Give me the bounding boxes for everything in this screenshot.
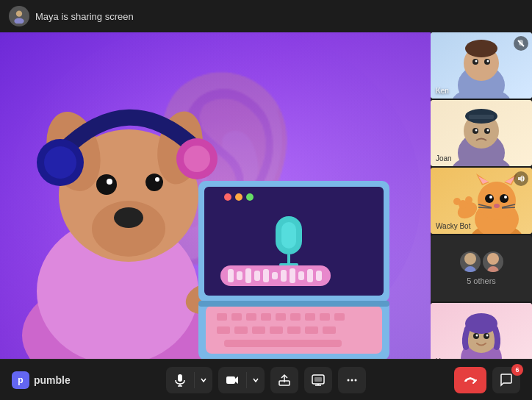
camera-chevron-button[interactable] [247,367,265,393]
svg-rect-22 [217,313,227,321]
svg-point-11 [107,179,112,185]
svg-point-85 [478,182,516,220]
svg-point-102 [465,196,472,204]
participant-tile-others[interactable]: 5 others [431,235,532,301]
mic-btn-group [166,367,212,393]
svg-point-42 [235,193,242,201]
svg-rect-50 [237,271,242,280]
chat-badge: 6 [511,364,523,376]
svg-rect-37 [323,326,336,334]
svg-rect-25 [261,313,271,321]
toolbar: p pumble [0,359,532,400]
svg-rect-36 [305,326,318,334]
svg-rect-119 [226,376,235,384]
toolbar-right: 6 [366,367,520,393]
svg-line-98 [502,207,515,208]
svg-point-92 [489,196,492,199]
mic-chevron-button[interactable] [195,367,212,393]
svg-rect-76 [469,115,494,119]
you-name: You [436,357,448,359]
svg-point-93 [504,196,507,199]
svg-point-91 [500,194,508,203]
svg-point-65 [465,40,497,57]
svg-point-103 [464,266,476,272]
svg-rect-49 [228,269,234,282]
svg-point-127 [355,379,357,381]
svg-rect-116 [178,374,182,382]
chat-button[interactable]: 6 [492,367,520,393]
top-bar: Maya is sharing screen [0,0,532,32]
svg-rect-124 [314,377,322,382]
svg-rect-51 [245,268,251,283]
svg-point-1 [14,18,24,24]
joan-name: Joan [436,154,452,162]
svg-point-80 [487,129,489,132]
svg-rect-38 [224,340,342,347]
svg-line-96 [478,207,492,208]
main-scene-illustration: 👂 [0,32,431,359]
svg-point-90 [485,194,494,203]
svg-point-105 [487,266,499,272]
participant-tile-joan[interactable]: Joan [431,100,532,166]
camera-button[interactable] [218,367,246,393]
others-avatar-2 [483,251,503,272]
svg-point-0 [16,11,22,17]
wacky-bot-volume-badge [514,171,528,186]
toolbar-left: p pumble [12,371,166,389]
video-area: 👂 [0,32,431,359]
mic-button[interactable] [166,367,194,393]
svg-rect-60 [198,301,389,307]
presenter-avatar [9,6,29,26]
svg-rect-58 [307,269,313,282]
svg-rect-23 [231,313,242,321]
screen-share-button[interactable] [304,367,332,393]
svg-point-16 [44,146,76,179]
participant-tile-you[interactable]: You [431,303,532,359]
camera-btn-group [218,367,265,393]
svg-rect-32 [234,326,248,334]
participant-tile-ken[interactable]: Ken [431,32,532,99]
svg-rect-31 [217,326,230,334]
svg-rect-56 [290,268,295,283]
svg-point-94 [494,204,500,208]
end-call-button[interactable] [454,367,486,393]
svg-rect-29 [320,313,330,321]
share-icon [278,374,291,387]
toolbar-center [166,367,366,393]
svg-point-43 [246,193,254,201]
svg-point-126 [351,379,353,381]
svg-rect-52 [254,271,260,281]
svg-point-69 [487,60,489,63]
you-illustration [431,303,532,359]
svg-rect-34 [270,326,283,334]
main-content: 👂 [0,32,532,359]
svg-rect-30 [334,313,345,321]
svg-point-104 [464,253,476,265]
mic-chevron-icon [200,376,207,384]
ken-name: Ken [436,87,449,95]
svg-rect-55 [281,270,287,282]
svg-rect-57 [298,271,304,280]
mic-icon [173,374,187,387]
others-label: 5 others [467,276,496,285]
svg-rect-46 [287,254,290,265]
others-avatar-1 [460,251,481,272]
svg-point-115 [486,335,489,337]
pumble-brand-name: pumble [34,374,71,386]
svg-point-111 [465,313,497,334]
share-button[interactable] [270,367,298,393]
svg-point-18 [184,146,210,172]
svg-point-10 [145,174,163,191]
svg-rect-24 [246,313,256,321]
svg-point-101 [453,198,461,205]
more-button[interactable] [338,367,366,393]
participant-tile-wacky-bot[interactable]: Wacky Bot [431,168,532,234]
svg-rect-45 [281,222,296,249]
svg-rect-53 [263,269,269,282]
svg-rect-54 [272,272,278,279]
svg-point-8 [114,207,143,228]
svg-rect-28 [305,313,315,321]
camera-chevron-icon [252,376,259,384]
others-avatars [460,251,503,272]
sidebar: Ken [431,32,532,359]
